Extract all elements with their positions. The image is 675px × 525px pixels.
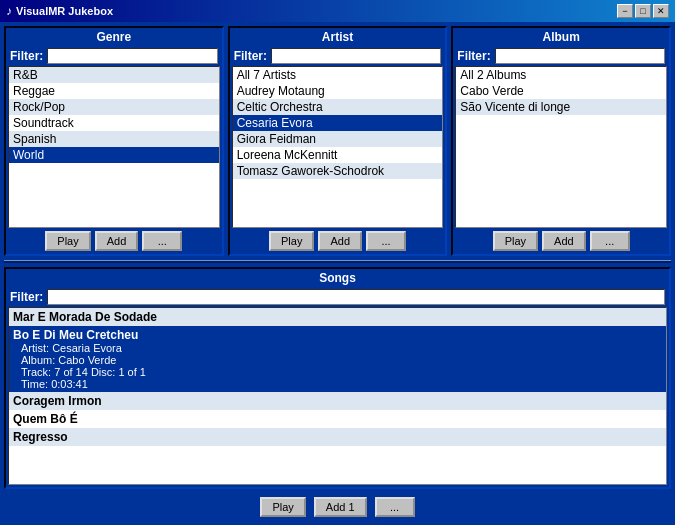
artist-filter-input[interactable] (271, 48, 441, 64)
songs-filter-label: Filter: (10, 290, 43, 304)
list-item[interactable]: Cabo Verde (456, 83, 666, 99)
list-item[interactable]: Rock/Pop (9, 99, 219, 115)
songs-buttons: Play Add 1 ... (4, 493, 671, 521)
album-filter-row: Filter: (453, 46, 669, 66)
title-bar-controls: − □ ✕ (617, 4, 669, 18)
genre-filter-input[interactable] (47, 48, 217, 64)
song-item[interactable]: Regresso (9, 428, 666, 446)
songs-section: Songs Filter: Mar E Morada De Sodade Bo … (4, 267, 671, 489)
main-container: Genre Filter: R&B Reggae Rock/Pop Soundt… (0, 22, 675, 525)
list-item[interactable]: R&B (9, 67, 219, 83)
artist-add-button[interactable]: Add (318, 231, 362, 251)
genre-filter-row: Filter: (6, 46, 222, 66)
artist-play-button[interactable]: Play (269, 231, 314, 251)
window-title: VisualMR Jukebox (16, 5, 113, 17)
list-item[interactable]: Tomasz Gaworek-Schodrok (233, 163, 443, 179)
genre-add-button[interactable]: Add (95, 231, 139, 251)
song-item[interactable]: Coragem Irmon (9, 392, 666, 410)
artist-more-button[interactable]: ... (366, 231, 406, 251)
song-title: Bo E Di Meu Cretcheu (13, 328, 662, 342)
album-filter-label: Filter: (457, 49, 490, 63)
genre-filter-label: Filter: (10, 49, 43, 63)
album-list[interactable]: All 2 Albums Cabo Verde São Vicente di l… (455, 66, 667, 228)
song-title: Quem Bô É (13, 412, 662, 426)
list-item[interactable]: São Vicente di longe (456, 99, 666, 115)
song-title: Mar E Morada De Sodade (13, 310, 662, 324)
title-bar: ♪ VisualMR Jukebox − □ ✕ (0, 0, 675, 22)
album-panel-buttons: Play Add ... (453, 228, 669, 254)
songs-header: Songs (6, 269, 669, 287)
artist-panel: Artist Filter: All 7 Artists Audrey Mota… (228, 26, 448, 256)
top-panels: Genre Filter: R&B Reggae Rock/Pop Soundt… (4, 26, 671, 256)
title-bar-left: ♪ VisualMR Jukebox (6, 4, 113, 18)
songs-list[interactable]: Mar E Morada De Sodade Bo E Di Meu Cretc… (8, 307, 667, 485)
list-item[interactable]: Celtic Orchestra (233, 99, 443, 115)
song-track: Track: 7 of 14 Disc: 1 of 1 (13, 366, 662, 378)
song-item[interactable]: Mar E Morada De Sodade (9, 308, 666, 326)
songs-play-button[interactable]: Play (260, 497, 305, 517)
song-album: Album: Cabo Verde (13, 354, 662, 366)
list-item[interactable]: Spanish (9, 131, 219, 147)
genre-more-button[interactable]: ... (142, 231, 182, 251)
songs-filter-input[interactable] (47, 289, 665, 305)
songs-filter-row: Filter: (6, 287, 669, 307)
separator (4, 260, 671, 263)
artist-header: Artist (230, 28, 446, 46)
song-title: Regresso (13, 430, 662, 444)
album-header: Album (453, 28, 669, 46)
list-item[interactable]: Audrey Motaung (233, 83, 443, 99)
maximize-button[interactable]: □ (635, 4, 651, 18)
app-icon: ♪ (6, 4, 12, 18)
list-item-selected[interactable]: Cesaria Evora (233, 115, 443, 131)
list-item[interactable]: Giora Feidman (233, 131, 443, 147)
close-button[interactable]: ✕ (653, 4, 669, 18)
minimize-button[interactable]: − (617, 4, 633, 18)
list-item-all[interactable]: All 7 Artists (233, 67, 443, 83)
songs-more-button[interactable]: ... (375, 497, 415, 517)
album-play-button[interactable]: Play (493, 231, 538, 251)
album-panel: Album Filter: All 2 Albums Cabo Verde Sã… (451, 26, 671, 256)
song-artist: Artist: Cesaria Evora (13, 342, 662, 354)
genre-panel-buttons: Play Add ... (6, 228, 222, 254)
song-title: Coragem Irmon (13, 394, 662, 408)
genre-panel: Genre Filter: R&B Reggae Rock/Pop Soundt… (4, 26, 224, 256)
album-filter-input[interactable] (495, 48, 665, 64)
song-item[interactable]: Quem Bô É (9, 410, 666, 428)
list-item[interactable]: Soundtrack (9, 115, 219, 131)
genre-header: Genre (6, 28, 222, 46)
song-time: Time: 0:03:41 (13, 378, 662, 390)
artist-list[interactable]: All 7 Artists Audrey Motaung Celtic Orch… (232, 66, 444, 228)
songs-add-button[interactable]: Add 1 (314, 497, 367, 517)
list-item[interactable]: Reggae (9, 83, 219, 99)
list-item-selected[interactable]: World (9, 147, 219, 163)
list-item-all[interactable]: All 2 Albums (456, 67, 666, 83)
artist-panel-buttons: Play Add ... (230, 228, 446, 254)
artist-filter-row: Filter: (230, 46, 446, 66)
genre-list[interactable]: R&B Reggae Rock/Pop Soundtrack Spanish W… (8, 66, 220, 228)
album-add-button[interactable]: Add (542, 231, 586, 251)
genre-play-button[interactable]: Play (45, 231, 90, 251)
artist-filter-label: Filter: (234, 49, 267, 63)
list-item[interactable]: Loreena McKennitt (233, 147, 443, 163)
album-more-button[interactable]: ... (590, 231, 630, 251)
song-item-selected[interactable]: Bo E Di Meu Cretcheu Artist: Cesaria Evo… (9, 326, 666, 392)
